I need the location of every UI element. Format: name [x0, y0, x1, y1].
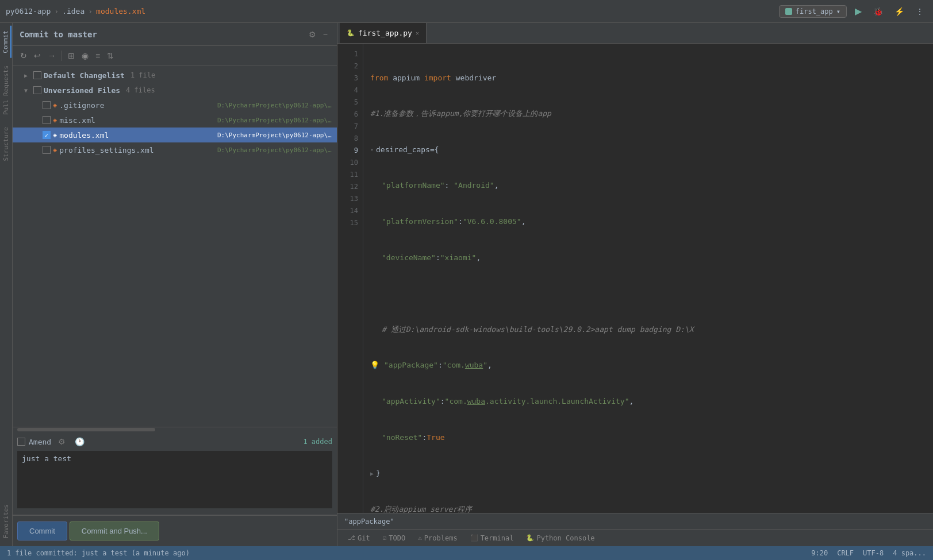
profiles-path: D:\PycharmProject\py0612-app\.ide... — [217, 146, 332, 154]
file-gitignore[interactable]: ◈ .gitignore D:\PycharmProject\py0612-ap… — [13, 98, 337, 113]
refresh-button[interactable]: ↻ — [17, 49, 30, 62]
commit-settings-button[interactable]: ⚙ — [306, 29, 318, 40]
main-layout: Commit Pull Requests Structure Favorites… — [0, 23, 933, 546]
code-content[interactable]: from appium import webdriver #1.准备参数，告诉a… — [363, 44, 933, 513]
line-num-6: 6 — [337, 109, 358, 121]
default-changelist-checkbox[interactable] — [33, 71, 41, 79]
run-config-name: first_app — [796, 7, 833, 16]
status-position[interactable]: 9:20 — [811, 549, 828, 557]
profiles-checkbox[interactable] — [43, 146, 51, 154]
more-button[interactable]: ⋮ — [912, 5, 927, 18]
todo-icon: ☑ — [383, 534, 387, 542]
btab-git[interactable]: ⎇ Git — [342, 532, 376, 544]
misc-checkbox[interactable] — [43, 116, 51, 124]
sidebar-item-pull-requests[interactable]: Pull Requests — [1, 61, 11, 119]
idea-folder[interactable]: .idea — [62, 7, 85, 16]
profiles-icon: ◈ — [53, 146, 57, 154]
gitignore-checkbox[interactable] — [43, 101, 51, 109]
modules-checkbox[interactable]: ✓ — [43, 131, 51, 139]
group-by-button[interactable]: ≡ — [93, 49, 103, 62]
modules-name: modules.xml — [59, 131, 215, 140]
status-bar-right: 9:20 CRLF UTF-8 4 spa... — [811, 549, 926, 557]
line-num-10: 10 — [337, 157, 358, 169]
file-misc-xml[interactable]: ◈ misc.xml D:\PycharmProject\py0612-app\… — [13, 113, 337, 128]
code-line-13: #2.启动appium server程序 — [370, 504, 926, 513]
line-num-5: 5 — [337, 96, 358, 109]
code-line-9: 💡"appPackage":"com.wuba", — [370, 360, 926, 372]
modules-file[interactable]: modules.xml — [96, 7, 145, 16]
line-num-7: 7 — [337, 121, 358, 133]
code-line-7 — [370, 288, 926, 300]
unversioned-checkbox[interactable] — [33, 86, 41, 94]
breadcrumb-sep1: › — [54, 7, 59, 16]
view-options-button[interactable]: ◉ — [79, 49, 91, 62]
commit-push-button[interactable]: Commit and Push... — [70, 522, 159, 540]
line-numbers: 1 2 3 4 5 6 7 8 9 10 11 12 13 14 15 — [337, 44, 363, 513]
btab-git-label: Git — [358, 534, 370, 542]
run-config-selector[interactable]: first_app ▾ — [779, 5, 847, 18]
commit-title: Commit to master — [20, 30, 306, 39]
line-num-15: 15 — [337, 217, 358, 229]
sidebar-item-commit[interactable]: Commit — [1, 26, 11, 58]
expand-button[interactable]: ⊞ — [65, 49, 78, 62]
tab-first-app-py[interactable]: 🐍 first_app.py ✕ — [340, 23, 427, 43]
file-modules-xml[interactable]: ✓ ◈ modules.xml D:\PycharmProject\py0612… — [13, 128, 337, 142]
tab-python-icon: 🐍 — [347, 29, 355, 37]
code-line-1: from appium import webdriver — [370, 72, 926, 84]
top-bar: py0612-app › .idea › modules.xml first_a… — [0, 0, 933, 23]
commit-button[interactable]: Commit — [17, 522, 67, 540]
status-indent[interactable]: 4 spa... — [893, 549, 926, 557]
modules-path: D:\PycharmProject\py0612-app\.idea — [217, 132, 332, 139]
debug-button[interactable]: 🐞 — [870, 5, 886, 18]
commit-toolbar: ↻ ↩ → ⊞ ◉ ≡ ⇅ — [13, 46, 337, 65]
run-button[interactable]: ▶ — [851, 3, 865, 19]
bottom-hint-bar: "appPackage" — [337, 513, 933, 529]
rollback-button[interactable]: ↩ — [31, 49, 44, 62]
code-editor[interactable]: 1 2 3 4 5 6 7 8 9 10 11 12 13 14 15 from… — [337, 44, 933, 513]
commit-minimize-button[interactable]: − — [321, 29, 330, 40]
left-sidebar: Commit Pull Requests Structure Favorites — [0, 23, 13, 546]
btab-problems[interactable]: ⚠ Problems — [412, 532, 463, 544]
btab-todo[interactable]: ☑ TODO — [377, 532, 412, 544]
btab-terminal[interactable]: ⬛ Terminal — [464, 532, 520, 544]
tab-label: first_app.py — [358, 29, 412, 37]
sidebar-item-structure[interactable]: Structure — [1, 122, 11, 166]
run-config-dropdown-icon: ▾ — [836, 7, 840, 16]
status-encoding[interactable]: UTF-8 — [863, 549, 884, 557]
move-to-changelist-button[interactable]: → — [45, 49, 59, 62]
commit-message-textarea[interactable]: just a test — [17, 451, 332, 508]
expand-arrow-default: ▶ — [24, 72, 31, 79]
unversioned-files-item[interactable]: ▼ Unversioned Files 4 files — [13, 83, 337, 98]
project-name[interactable]: py0612-app — [6, 7, 51, 16]
commit-message-area: Amend ⚙ 🕐 1 added just a test — [13, 431, 337, 515]
line-num-9: 9 — [337, 145, 358, 157]
amend-checkbox[interactable] — [17, 438, 25, 446]
amend-label: Amend — [29, 438, 51, 446]
default-changelist-item[interactable]: ▶ Default Changelist 1 file — [13, 68, 337, 83]
line-num-14: 14 — [337, 205, 358, 217]
amend-history-button[interactable]: 🕐 — [72, 436, 87, 447]
btab-python-console[interactable]: 🐍 Python Console — [520, 532, 600, 544]
python-console-icon: 🐍 — [526, 534, 534, 542]
expand-arrow-unversioned: ▼ — [24, 87, 31, 94]
misc-path: D:\PycharmProject\py0612-app\.idea — [217, 117, 332, 124]
top-right-controls: first_app ▾ ▶ 🐞 ⚡ ⋮ — [779, 3, 927, 19]
commit-panel: Commit to master ⚙ − ↻ ↩ → ⊞ ◉ ≡ ⇅ ▶ Def… — [13, 23, 337, 546]
sidebar-item-favorites[interactable]: Favorites — [1, 500, 11, 543]
line-num-12: 12 — [337, 181, 358, 193]
code-line-5: "platformVersion":"V6.6.0.8005", — [370, 216, 926, 228]
scroll-area — [13, 427, 337, 431]
amend-settings-button[interactable]: ⚙ — [56, 436, 68, 447]
code-line-12: ▶} — [370, 468, 926, 480]
misc-icon: ◈ — [53, 116, 57, 124]
close-tab-button[interactable]: ✕ — [416, 30, 419, 36]
sort-button[interactable]: ⇅ — [104, 49, 117, 62]
file-profiles-settings[interactable]: ◈ profiles_settings.xml D:\PycharmProjec… — [13, 142, 337, 157]
bottom-tabs: ⎇ Git ☑ TODO ⚠ Problems ⬛ Terminal 🐍 Pyt… — [337, 529, 933, 546]
breadcrumb-sep2: › — [88, 7, 93, 16]
line-num-13: 13 — [337, 193, 358, 205]
gitignore-icon: ◈ — [53, 101, 57, 109]
amend-checkbox-label[interactable]: Amend — [17, 438, 51, 446]
coverage-button[interactable]: ⚡ — [891, 5, 908, 18]
status-line-sep[interactable]: CRLF — [837, 549, 854, 557]
